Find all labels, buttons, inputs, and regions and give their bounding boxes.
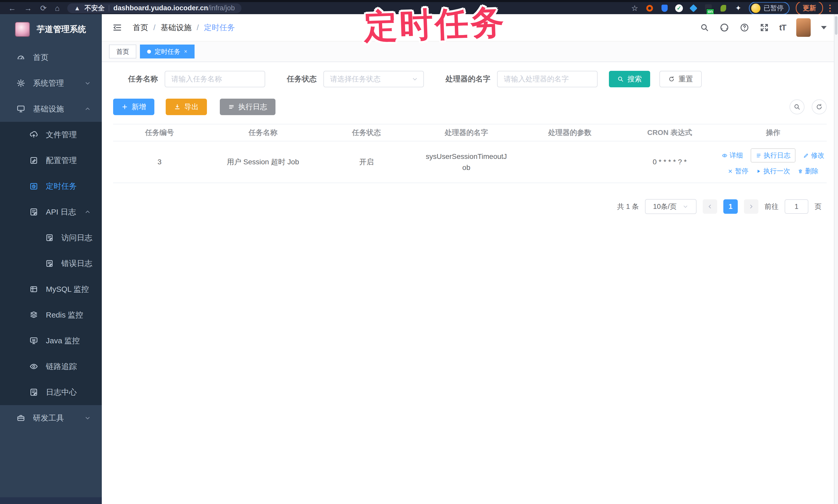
log-doc-icon — [45, 234, 54, 242]
window-scrollbar[interactable] — [834, 14, 838, 504]
job-status-select[interactable]: 请选择任务状态 — [324, 71, 424, 87]
sidebar-item-log-center[interactable]: 日志中心 — [0, 379, 102, 405]
font-size-icon[interactable]: tT — [779, 23, 786, 33]
sidebar-item-system[interactable]: 系统管理 — [0, 70, 102, 96]
tab-label: 定时任务 — [155, 48, 180, 56]
sidebar-item-tracing[interactable]: 链路追踪 — [0, 354, 102, 379]
bookmark-star-icon[interactable]: ☆ — [630, 4, 639, 13]
address-bar[interactable]: ▲ 不安全 dashboard.yudao.iocoder.cn/infra/j… — [67, 3, 242, 13]
col-cron: CRON 表达式 — [620, 128, 720, 138]
refresh-icon — [668, 76, 675, 83]
delete-link[interactable]: 删除 — [798, 167, 818, 176]
browser-home-icon[interactable]: ⌂ — [55, 4, 59, 12]
search-button[interactable]: 搜索 — [609, 71, 650, 87]
browser-update-button[interactable]: 更新 — [796, 1, 823, 15]
sidebar-item-label: Redis 监控 — [46, 310, 83, 320]
sidebar-item-error-log[interactable]: 错误日志 — [0, 251, 102, 276]
extension-green-check-icon[interactable]: ✓ — [675, 4, 683, 12]
scrollbar-thumb[interactable] — [835, 16, 837, 35]
tab-home[interactable]: 首页 — [109, 44, 136, 58]
extension-orange-icon[interactable] — [645, 4, 654, 13]
java-monitor-icon — [29, 336, 38, 345]
filter-form: 任务名称 任务状态 请选择任务状态 处理器的名字 搜索 重置 — [128, 71, 838, 87]
col-actions: 操作 — [720, 128, 827, 138]
cell-job-status: 开启 — [320, 157, 413, 167]
pagination-total: 共 1 条 — [617, 202, 639, 211]
help-icon[interactable] — [739, 23, 749, 33]
handler-name-input[interactable] — [497, 71, 598, 87]
search-icon[interactable] — [700, 23, 709, 32]
job-status-label: 任务状态 — [287, 74, 317, 84]
profile-paused-badge[interactable]: 已暂停 — [749, 2, 789, 15]
col-handler-name: 处理器的名字 — [413, 128, 520, 138]
sidebar-item-file-manage[interactable]: 文件管理 — [0, 122, 102, 148]
cell-job-id: 3 — [113, 158, 206, 166]
job-name-input[interactable] — [165, 71, 265, 87]
chevron-left-icon — [707, 203, 713, 210]
not-secure-label: 不安全 — [85, 4, 105, 13]
sidebar-item-home[interactable]: 首页 — [0, 44, 102, 70]
sidebar-item-api-log[interactable]: API 日志 — [0, 199, 102, 225]
refresh-icon — [816, 103, 823, 110]
current-page[interactable]: 1 — [723, 199, 738, 214]
browser-forward-icon[interactable]: → — [24, 4, 32, 12]
browser-back-icon[interactable]: ← — [8, 4, 16, 12]
chevron-down-icon — [412, 76, 418, 83]
sidebar-item-devtools[interactable]: 研发工具 — [0, 405, 102, 431]
sidebar-item-label: 日志中心 — [46, 387, 77, 398]
page-size-select[interactable]: 10条/页 — [645, 199, 697, 214]
browser-reload-icon[interactable]: ⟳ — [40, 4, 47, 12]
chevron-down-icon — [682, 203, 688, 210]
sidebar-filler — [0, 431, 102, 497]
sidebar-item-infra[interactable]: 基础设施 — [0, 96, 102, 122]
extension-blue-gem-icon[interactable] — [689, 4, 698, 13]
row-exec-log-link[interactable]: 执行日志 — [751, 148, 796, 162]
export-button[interactable]: 导出 — [166, 98, 207, 115]
sidebar-item-java-monitor[interactable]: Java 监控 — [0, 328, 102, 354]
sidebar-collapse-icon[interactable] — [112, 22, 122, 33]
hide-search-button[interactable] — [789, 100, 804, 114]
sidebar-item-label: MySQL 监控 — [46, 284, 89, 294]
reset-button[interactable]: 重置 — [659, 71, 702, 87]
prev-page-button[interactable] — [703, 199, 717, 214]
github-icon[interactable] — [719, 23, 729, 33]
next-page-button[interactable] — [744, 199, 758, 214]
list-icon — [756, 153, 762, 158]
sidebar-item-redis-monitor[interactable]: Redis 监控 — [0, 302, 102, 328]
pause-link[interactable]: 暂停 — [728, 167, 748, 176]
refresh-button[interactable] — [812, 100, 827, 114]
sidebar-item-mysql-monitor[interactable]: MySQL 监控 — [0, 276, 102, 302]
extension-leaf-icon[interactable] — [719, 4, 728, 13]
exec-log-button[interactable]: 执行日志 — [220, 98, 276, 115]
annotation-overlay-text: 定时任务 — [363, 0, 507, 50]
fullscreen-icon[interactable] — [760, 23, 769, 32]
download-icon — [174, 104, 181, 110]
sidebar-item-label: 基础设施 — [33, 104, 64, 114]
extension-blue-shield-icon[interactable] — [660, 4, 669, 13]
detail-link[interactable]: 详细 — [722, 151, 743, 160]
sidebar-item-scheduled-jobs[interactable]: 定时任务 — [0, 173, 102, 199]
avatar-caret-icon[interactable] — [821, 26, 827, 29]
extension-dark-on-icon[interactable]: on — [704, 4, 713, 13]
add-button[interactable]: 新增 — [113, 98, 154, 115]
sidebar-item-access-log[interactable]: 访问日志 — [0, 225, 102, 251]
goto-page-input[interactable] — [785, 199, 808, 214]
sidebar-item-config-manage[interactable]: 配置管理 — [0, 148, 102, 173]
tab-scheduled-jobs[interactable]: 定时任务 × — [140, 44, 195, 58]
search-icon — [793, 103, 801, 110]
pagination: 共 1 条 10条/页 1 前往 页 — [102, 199, 821, 214]
edit-square-icon — [29, 156, 38, 165]
user-avatar[interactable] — [796, 18, 811, 37]
edit-link[interactable]: 修改 — [803, 151, 824, 160]
tab-close-icon[interactable]: × — [184, 48, 187, 55]
breadcrumb-home[interactable]: 首页 — [133, 22, 148, 33]
app-logo-row[interactable]: 芋道管理系统 — [0, 14, 102, 44]
sidebar-item-label: 系统管理 — [33, 78, 64, 89]
breadcrumb-infra[interactable]: 基础设施 — [160, 22, 191, 33]
run-once-link[interactable]: 执行一次 — [756, 167, 790, 176]
browser-menu-icon[interactable] — [829, 5, 831, 12]
extension-paw-icon[interactable]: ✦ — [734, 4, 743, 13]
briefcase-icon — [17, 414, 25, 422]
not-secure-warning-icon: ▲ — [74, 4, 81, 12]
browser-extensions-area: ☆ ✓ on ✦ 已暂停 更新 — [630, 1, 838, 15]
